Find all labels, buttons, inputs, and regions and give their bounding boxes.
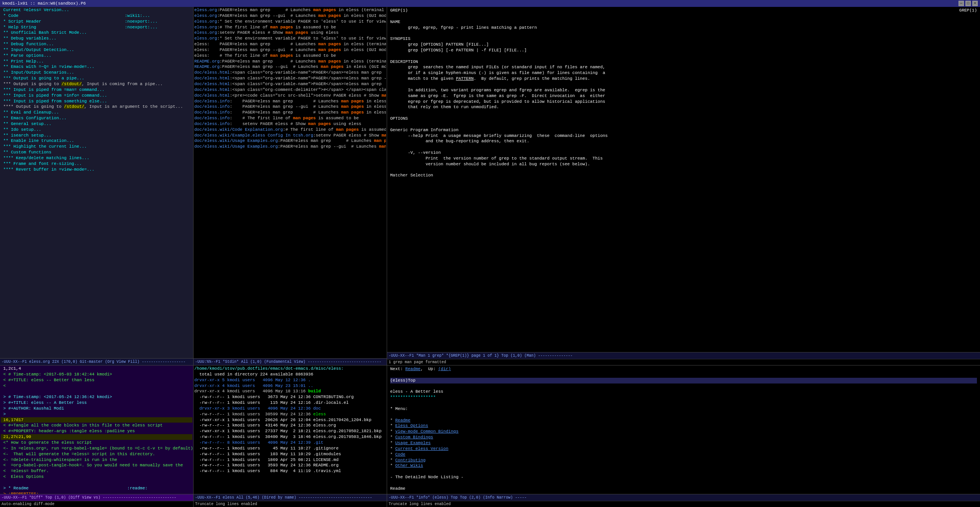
dired-item[interactable]: drvxr-xr-x 3 kmodi users 4096 May 24 12:… [194, 406, 386, 412]
grep-line: doc/eless.wiki/Usage Examples.org:PAGER=… [194, 138, 386, 144]
dired-item[interactable]: -rwxr-xr-x 1 kmodi users 27337 May 2 18:… [194, 428, 386, 434]
dired-item[interactable]: -rw-r--r-- 1 kmodi users 30599 May 24 12… [194, 412, 386, 417]
info-spacer [390, 469, 977, 474]
man-section: OPTIONS [390, 116, 977, 122]
man-content: Print the version number of grep to the … [390, 156, 977, 161]
left-bottom-pane[interactable]: 1,2c1,4 < # Time-stamp: <2017-05-03 18:4… [0, 365, 193, 507]
right-top-status: -UUU-XX--F1 *Man 1 grep* *{GREP(1)} page… [387, 352, 980, 359]
close-button[interactable]: × [972, 1, 978, 6]
info-spacer [390, 412, 977, 418]
grep-line: eless.org:setenv PAGER eless # Show man … [194, 30, 386, 36]
outline-line: ** Parse options... [1, 53, 192, 59]
info-detailed-listing: - The Detailed Node Listing - [390, 474, 977, 480]
diff-line: < =eless= buffer. [1, 468, 192, 474]
grep-line: eless.org:* Set the environment variable… [194, 36, 386, 41]
man-spacer [390, 122, 977, 127]
info-breadcrumb: Next: Readme, Up: (dir) [390, 366, 977, 372]
dired-item[interactable]: -rw-r--r-- 1 kmodi users 3673 May 24 12:… [194, 394, 386, 400]
right-bottom-pane[interactable]: Next: Readme, Up: (dir) (eless)Top eless… [387, 365, 980, 507]
dired-item[interactable]: -rw-r--r-- 8 kmodi users 4096 May 24 12:… [194, 440, 386, 446]
man-section: NAME [390, 19, 977, 25]
man-content: or if a single hyphen-minus (-) is given… [390, 70, 977, 76]
man-spacer [390, 82, 977, 87]
info-stars: ****************** [390, 395, 977, 400]
man-spacer [390, 30, 977, 36]
grep-line: doc/eless.html:<span class="org-variable… [194, 76, 386, 81]
title-bar: kmodi-lx01 :: main:W8(sandbox).P6 — □ × [0, 0, 980, 7]
outline-line: *** Input is piped from =man= command... [1, 87, 192, 93]
info-menu-item[interactable]: * Eless Options [390, 423, 977, 429]
grep-line: eless.org:* Set the environment variable… [194, 19, 386, 25]
info-menu-item[interactable]: * Current eless Version [390, 446, 977, 452]
dired-item[interactable]: -rw-r--r-- 1 kmodi users 884 May 4 11:19… [194, 468, 386, 474]
man-content: grep searches the named input FILEs (or … [390, 64, 977, 70]
info-menu-item[interactable]: * Other Wikis [390, 463, 977, 469]
info-menu-item[interactable]: * Custom Bindings [390, 435, 977, 440]
left-echo-area: Auto-enabling diff-mode [0, 501, 193, 507]
dired-item[interactable]: -rw-r--r-- 1 kmodi users 115 May 24 12:1… [194, 400, 386, 406]
dired-item[interactable]: -rw-r--r-- 1 kmodi users 45 May 11 10:27… [194, 446, 386, 451]
dired-header: /home/kmodi/stov/pub.dotfiles/emacs/dot-… [194, 366, 386, 372]
grep-line: doc/eless.html:<span class="org-variable… [194, 70, 386, 76]
left-top-content: Current =eless= Version... * Code :wiki1… [0, 7, 193, 358]
left-bottom-content: 1,2c1,4 < # Time-stamp: <2017-05-03 18:4… [0, 365, 193, 494]
outline-line: **** Revert buffer in =view-mode=... [1, 167, 192, 173]
dired-item[interactable]: -rw-r--r-- 1 kmodi users 3593 May 24 12:… [194, 463, 386, 468]
dired-item[interactable]: -rw-r--r-- 1 kmodi users 103 May 11 10:2… [194, 451, 386, 457]
diff-line: <* How to generate the eless script [1, 440, 192, 446]
grep-line: eless.org:PAGER=eless man grep --gui # L… [194, 13, 386, 19]
dired-item[interactable]: -rw-r--r-- 1 kmodi users 30400 May 3 18:… [194, 434, 386, 440]
outline-line: Current =eless= Version... [1, 7, 192, 13]
dired-item[interactable]: drvxr-xr-x 4 kmodi users 4096 May 18 13:… [194, 388, 386, 394]
man-section: Generic Program Information [390, 127, 977, 133]
dired-item[interactable]: drvxr-xr-x 4 kmodi users 4096 May 23 15:… [194, 383, 386, 389]
diff-line: > #+AUTHOR: Kaushal Modi [1, 406, 192, 412]
right-top-echo: 1 grep man page formatted [387, 359, 980, 365]
info-spacer [390, 372, 977, 378]
middle-top-pane[interactable]: eless.org:PAGER=eless man grep # Launche… [194, 7, 387, 358]
outline-line-stdout2: **** Output is going to /stdout/, Input … [1, 104, 192, 110]
man-content: and the bug-reporting address, then exit… [390, 138, 977, 144]
info-title: eless - A Better less [390, 389, 977, 395]
man-section: Matcher Selection [390, 173, 977, 178]
minimize-button[interactable]: — [959, 1, 964, 6]
outline-line: ** Print Help... [1, 59, 192, 64]
man-spacer [390, 110, 977, 116]
left-top-pane[interactable]: Current =eless= Version... * Code :wiki1… [0, 7, 193, 358]
grep-line: eless: PAGER=eless man grep --gui # Laun… [194, 47, 386, 53]
dired-item[interactable]: -rw-r--r-- 1 kmodi users 1869 Apr 25 08:… [194, 457, 386, 463]
info-menu-item[interactable]: * Contributing [390, 458, 977, 463]
outline-line: *** Highlight the current line... [1, 144, 192, 150]
right-top-content: GREP(1) GREP(1) NAME grep, egrep, fgrep … [387, 7, 980, 352]
panes-row: Current =eless= Version... * Code :wiki1… [0, 7, 980, 507]
diff-line [1, 480, 192, 486]
maximize-button[interactable]: □ [965, 1, 971, 6]
outline-line: ** General setup... [1, 121, 192, 127]
dired-item[interactable]: drvxr-xr-x 5 kmodi users 4096 May 12 12:… [194, 377, 386, 383]
man-spacer [390, 53, 977, 59]
info-menu-item[interactable]: * Code [390, 452, 977, 458]
middle-bottom-pane[interactable]: /home/kmodi/stov/pub.dotfiles/emacs/dot-… [194, 365, 387, 507]
outline-line: ** Enable line truncation... [1, 138, 192, 144]
dired-item[interactable]: -rwxr-xr-x 1 kmodi users 20626 Apr 26 12… [194, 417, 386, 423]
pane-right: GREP(1) GREP(1) NAME grep, egrep, fgrep … [387, 7, 980, 507]
info-menu-item[interactable]: * Readme [390, 418, 977, 423]
right-top-pane[interactable]: GREP(1) GREP(1) NAME grep, egrep, fgrep … [387, 7, 980, 352]
man-spacer [390, 144, 977, 150]
man-section: SYNOPSIS [390, 36, 977, 42]
middle-bottom-content: /home/kmodi/stov/pub.dotfiles/emacs/dot-… [194, 365, 387, 494]
outline-line: **** Keep/delete matching lines... [1, 155, 192, 161]
outline-line: *** Input is piped from something else..… [1, 99, 192, 104]
man-spacer [390, 167, 977, 173]
title-bar-buttons: — □ × [959, 1, 978, 6]
grep-line: doc/eless.info: PAGER=eless man grep # L… [194, 110, 386, 115]
diff-line: < #+PROPERTY: header-args :tangle eless … [1, 428, 192, 434]
info-subsection: Readme [390, 486, 977, 492]
info-spacer [390, 384, 977, 389]
outline-line: ** Unofficial Bash Strict Mode... [1, 30, 192, 36]
dired-item[interactable]: -rw-r--r-- 1 kmodi users 43146 May 24 12… [194, 423, 386, 428]
info-menu-item[interactable]: * Usage Examples [390, 440, 977, 446]
outline-line: ** Debug function... [1, 41, 192, 47]
info-menu-item[interactable]: * view-mode Common Bindings [390, 429, 977, 435]
info-node-title: (eless)Top [390, 378, 977, 384]
